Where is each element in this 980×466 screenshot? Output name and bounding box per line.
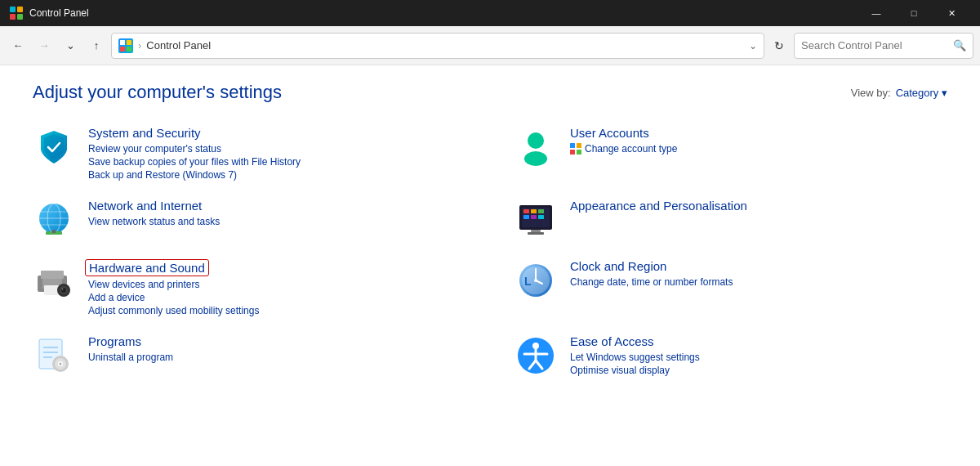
network-icon [33,199,75,241]
svg-point-53 [60,363,62,365]
view-by-dropdown[interactable]: Category ▾ [896,87,947,99]
appearance-text: Appearance and Personalisation [570,199,947,213]
link-mobility-settings[interactable]: Adjust commonly used mobility settings [88,305,466,316]
view-by-label: View by: [851,87,891,99]
window-controls: — □ ✕ [858,0,970,26]
svg-rect-29 [531,230,541,232]
recent-locations-button[interactable]: ⌄ [59,34,82,57]
network-name[interactable]: Network and Internet [88,199,202,213]
appearance-icon [514,199,557,241]
main-header: Adjust your computer's settings View by:… [33,82,947,103]
page-title: Adjust your computer's settings [33,82,282,103]
category-system-security: System and Security Review your computer… [33,126,466,181]
app-title: Control Panel [29,7,89,19]
link-file-history[interactable]: Save backup copies of your files with Fi… [88,156,466,168]
search-input[interactable] [801,39,948,52]
link-review-status[interactable]: Review your computer's status [88,143,466,155]
main-content: Adjust your computer's settings View by:… [0,65,980,411]
category-ease-of-access: Ease of Access Let Windows suggest setti… [514,334,947,377]
svg-rect-28 [538,215,544,219]
search-field[interactable]: 🔍 [794,33,973,59]
breadcrumb-arrow: › [138,39,141,52]
svg-text:L: L [524,275,532,288]
svg-rect-24 [531,209,537,213]
ease-of-access-icon [514,334,557,377]
search-icon[interactable]: 🔍 [953,39,966,52]
link-optimise-display[interactable]: Optimise visual display [570,365,947,376]
ease-of-access-links: Let Windows suggest settings Optimise vi… [570,352,947,376]
hardware-name[interactable]: Hardware and Sound [85,259,209,276]
svg-rect-3 [17,14,23,20]
hardware-text: Hardware and Sound View devices and prin… [88,259,466,316]
svg-point-9 [524,151,547,166]
hardware-icon [33,259,75,302]
link-devices-printers[interactable]: View devices and printers [88,279,466,290]
user-accounts-text: User Accounts Change account type [570,126,947,155]
link-suggest-settings[interactable]: Let Windows suggest settings [570,352,947,363]
link-add-device[interactable]: Add a device [88,292,466,303]
back-button[interactable]: ← [7,34,29,57]
svg-rect-32 [41,271,64,279]
programs-icon [33,334,75,377]
category-network: Network and Internet View network status… [33,199,466,241]
app-icon [10,7,23,20]
programs-name[interactable]: Programs [88,334,141,348]
svg-rect-5 [127,40,131,45]
clock-icon: L [514,259,557,302]
minimize-button[interactable]: — [858,0,895,26]
appearance-name[interactable]: Appearance and Personalisation [570,199,747,213]
link-change-account[interactable]: Change account type [585,143,677,155]
link-network-status[interactable]: View network status and tasks [88,216,466,227]
network-links: View network status and tasks [88,216,466,227]
title-bar: Control Panel — □ ✕ [0,0,980,26]
svg-point-38 [62,289,64,290]
close-button[interactable]: ✕ [933,0,970,26]
address-dropdown-icon[interactable]: ⌄ [749,40,757,52]
svg-rect-0 [10,7,16,12]
svg-rect-25 [538,209,544,213]
svg-rect-13 [577,150,581,155]
ease-of-access-name[interactable]: Ease of Access [570,334,654,348]
user-accounts-icon [514,126,557,168]
forward-button[interactable]: → [33,34,56,57]
category-user-accounts: User Accounts Change account type [514,126,947,181]
svg-rect-2 [10,14,16,20]
clock-text: Clock and Region Change date, time or nu… [570,259,947,288]
clock-name[interactable]: Clock and Region [570,259,666,273]
svg-rect-6 [120,47,125,52]
maximize-button[interactable]: □ [895,0,933,26]
system-security-links: Review your computer's status Save backu… [88,143,466,181]
user-accounts-name[interactable]: User Accounts [570,126,649,140]
system-security-text: System and Security Review your computer… [88,126,466,181]
category-appearance: Appearance and Personalisation [514,199,947,241]
address-icon [118,38,133,53]
refresh-button[interactable]: ↻ [768,34,791,57]
svg-rect-12 [570,150,575,155]
svg-rect-10 [570,143,575,148]
link-backup-restore[interactable]: Back up and Restore (Windows 7) [88,169,466,181]
link-date-time[interactable]: Change date, time or number formats [570,276,947,288]
system-security-name[interactable]: System and Security [88,126,201,140]
svg-rect-30 [528,232,544,235]
address-bar: ← → ⌄ ↑ › Control Panel ⌄ ↻ 🔍 [0,26,980,65]
link-uninstall[interactable]: Uninstall a program [88,352,466,363]
svg-rect-27 [531,215,537,219]
programs-links: Uninstall a program [88,352,466,363]
user-accounts-links: Change account type [570,143,947,155]
clock-links: Change date, time or number formats [570,276,947,288]
change-account-icon [570,143,581,155]
system-security-icon [33,126,75,168]
category-hardware: Hardware and Sound View devices and prin… [33,259,466,316]
network-text: Network and Internet View network status… [88,199,466,227]
category-programs: Programs Uninstall a program [33,334,466,377]
breadcrumb-text: Control Panel [146,39,211,52]
view-by: View by: Category ▾ [851,87,947,99]
svg-rect-11 [577,143,581,148]
svg-rect-20 [52,230,56,233]
svg-rect-1 [17,7,23,12]
svg-rect-4 [120,40,125,45]
svg-rect-7 [127,47,131,52]
up-button[interactable]: ↑ [85,34,108,57]
category-clock: L Clock and Region Change date, time or … [514,259,947,316]
svg-point-8 [528,132,544,149]
